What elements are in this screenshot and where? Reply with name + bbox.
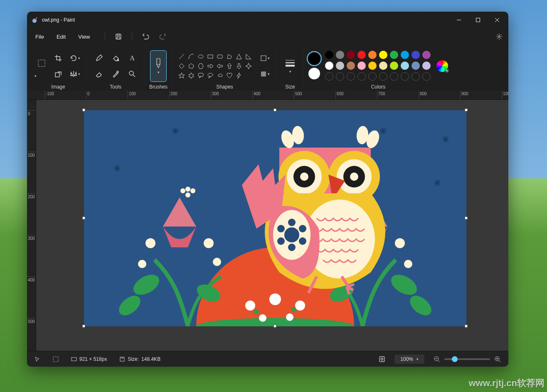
shape-oval[interactable]: [197, 52, 205, 61]
pencil-tool[interactable]: [92, 51, 106, 65]
custom-color-slot[interactable]: [347, 72, 355, 81]
canvas[interactable]: [84, 110, 466, 326]
magnifier-tool[interactable]: [125, 67, 139, 81]
color-swatch[interactable]: [390, 51, 398, 59]
zoom-out-button[interactable]: [434, 356, 440, 362]
color-swatch[interactable]: [401, 62, 409, 70]
shape-callout-oval[interactable]: [206, 71, 214, 80]
shape-line[interactable]: [177, 52, 186, 61]
color-swatch[interactable]: [390, 62, 398, 70]
shape-arrow-left[interactable]: [216, 62, 224, 70]
shape-heart[interactable]: [225, 71, 234, 80]
shape-fill-dropdown[interactable]: ▾: [258, 67, 272, 81]
size-dropdown[interactable]: ▾: [282, 50, 298, 82]
zoom-in-button[interactable]: [494, 356, 501, 362]
shape-star6[interactable]: [187, 71, 195, 80]
close-button[interactable]: [488, 12, 507, 28]
custom-color-slot[interactable]: [390, 72, 398, 81]
resize-tool[interactable]: [51, 67, 65, 81]
edit-colors-button[interactable]: ✎: [436, 60, 448, 72]
color-swatch[interactable]: [357, 51, 366, 59]
resize-handle-w[interactable]: [82, 217, 85, 219]
svg-rect-3: [476, 18, 480, 22]
resize-handle-se[interactable]: [465, 325, 468, 328]
shape-callout-cloud[interactable]: [216, 71, 224, 80]
custom-color-slot[interactable]: [401, 72, 409, 81]
color-swatch[interactable]: [347, 51, 355, 59]
shape-rounded-rectangle[interactable]: [216, 52, 224, 61]
maximize-button[interactable]: [468, 12, 488, 28]
resize-handle-sw[interactable]: [82, 325, 85, 328]
color-swatch[interactable]: [379, 62, 387, 70]
undo-button[interactable]: [139, 30, 152, 43]
menu-view[interactable]: View: [72, 31, 96, 42]
shape-hexagon[interactable]: [197, 62, 205, 70]
shape-callout-rounded[interactable]: [197, 71, 205, 80]
eraser-tool[interactable]: [92, 67, 106, 81]
resize-handle-ne[interactable]: [465, 108, 468, 111]
text-tool[interactable]: A: [125, 51, 139, 65]
zoom-slider[interactable]: [444, 358, 490, 360]
shapes-gallery[interactable]: [177, 52, 253, 80]
menu-file[interactable]: File: [30, 31, 50, 42]
color2-swatch[interactable]: [308, 68, 320, 79]
shape-arrow-right[interactable]: [206, 62, 214, 70]
shape-right-triangle[interactable]: [244, 52, 253, 61]
menu-edit[interactable]: Edit: [51, 31, 71, 42]
redo-button[interactable]: [156, 30, 170, 43]
save-button[interactable]: [112, 30, 125, 43]
color-swatch[interactable]: [336, 51, 344, 59]
custom-color-slot[interactable]: [379, 72, 387, 81]
resize-handle-n[interactable]: [274, 108, 276, 111]
group-label: Colors: [371, 82, 386, 91]
color1-swatch[interactable]: [308, 53, 320, 64]
color-swatch[interactable]: [401, 51, 409, 59]
fill-tool[interactable]: [108, 51, 123, 65]
color-swatch[interactable]: [325, 51, 333, 59]
zoom-level-dropdown[interactable]: 100% ▾: [394, 355, 424, 364]
select-tool[interactable]: [34, 54, 49, 72]
flip-tool[interactable]: ▾: [68, 67, 82, 81]
resize-handle-s[interactable]: [274, 325, 276, 328]
shape-triangle[interactable]: [235, 52, 243, 61]
color-swatch[interactable]: [357, 62, 366, 70]
custom-color-slot[interactable]: [325, 72, 333, 81]
custom-color-slot[interactable]: [422, 72, 431, 81]
shape-curve[interactable]: [187, 52, 195, 61]
custom-color-slot[interactable]: [368, 72, 377, 81]
resize-handle-e[interactable]: [465, 217, 468, 219]
custom-color-slot[interactable]: [411, 72, 420, 81]
shape-rectangle[interactable]: [206, 52, 214, 61]
color-swatch[interactable]: [347, 62, 355, 70]
chevron-down-icon[interactable]: ▾: [34, 74, 49, 78]
shape-outline-dropdown[interactable]: ▾: [258, 51, 272, 65]
brush-tool[interactable]: ▾: [150, 50, 167, 82]
color-swatch[interactable]: [379, 51, 387, 59]
color-swatch[interactable]: [368, 62, 377, 70]
minimize-button[interactable]: [449, 12, 468, 28]
settings-button[interactable]: [493, 30, 506, 43]
shape-lightning[interactable]: [235, 71, 243, 80]
shape-diamond[interactable]: [177, 62, 186, 70]
shape-pentagon[interactable]: [187, 62, 195, 70]
color-swatch[interactable]: [422, 51, 431, 59]
shape-polygon[interactable]: [225, 52, 234, 61]
crop-tool[interactable]: [51, 51, 65, 65]
color-swatch[interactable]: [368, 51, 377, 59]
shape-star5[interactable]: [177, 71, 186, 80]
color-swatch[interactable]: [411, 62, 420, 70]
color-swatch[interactable]: [422, 62, 431, 70]
custom-color-slot[interactable]: [336, 72, 344, 81]
color-swatch[interactable]: [325, 62, 333, 70]
rotate-tool[interactable]: ▾: [68, 51, 82, 65]
shape-arrow-down[interactable]: [235, 62, 243, 70]
custom-color-slot[interactable]: [357, 72, 366, 81]
fit-to-window-button[interactable]: [375, 356, 389, 362]
canvas-viewport[interactable]: [36, 100, 508, 351]
shape-arrow-up[interactable]: [225, 62, 234, 70]
resize-handle-nw[interactable]: [82, 108, 85, 111]
shape-star4[interactable]: [244, 62, 253, 70]
color-swatch[interactable]: [336, 62, 344, 70]
color-picker-tool[interactable]: [108, 67, 123, 81]
color-swatch[interactable]: [411, 51, 420, 59]
